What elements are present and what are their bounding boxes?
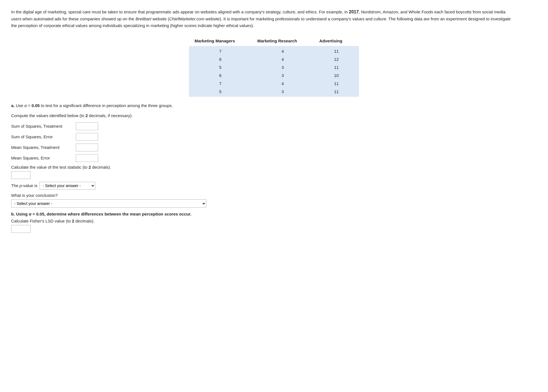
year-highlight: 2017 [349, 9, 359, 14]
table-cell: 11 [314, 46, 359, 55]
table-cell: 11 [314, 79, 359, 88]
sst-row: Sum of Squares, Treatment [11, 122, 537, 130]
conclusion-label: What is your conclusion? [11, 193, 537, 198]
lsd-instruction: Calculate Fisher's LSD value (to 2 decim… [11, 219, 537, 223]
section-a-label: a. [11, 103, 15, 108]
table-cell: 4 [252, 79, 314, 88]
compute-instruction: Compute the values identified below (to … [11, 112, 537, 119]
table-cell: 5 [189, 63, 252, 71]
lsd-input[interactable] [11, 225, 31, 233]
sse-label: Sum of Squares, Error [11, 134, 72, 139]
mse-row: Mean Squares, Error [11, 154, 537, 162]
mst-input[interactable] [76, 144, 98, 151]
section-b-label-text: b. [11, 212, 15, 216]
breitbart-italic: Breitbart [135, 16, 151, 21]
mst-label: Mean Squares, Treatment [11, 145, 72, 150]
table-cell: 3 [252, 63, 314, 71]
chiefmarketer-italic: ChiefMarketer.com [169, 16, 204, 21]
sst-label: Sum of Squares, Treatment [11, 124, 72, 129]
data-table: Marketing Managers Marketing Research Ad… [189, 36, 359, 97]
intro-paragraph: In the digital age of marketing, special… [11, 8, 513, 29]
table-cell: 4 [252, 46, 314, 55]
section-a-text1: Use α = 0.05 to test for a significant d… [16, 103, 173, 108]
mst-row: Mean Squares, Treatment [11, 144, 537, 151]
table-cell: 10 [314, 71, 359, 79]
section-a-intro: a. Use α = 0.05 to test for a significan… [11, 102, 537, 109]
mse-input[interactable] [76, 154, 98, 162]
section-b-intro: b. Using α = 0.05, determine where diffe… [11, 212, 537, 216]
pvalue-text-label: The p-value is [11, 183, 37, 188]
input-fields-group: Sum of Squares, Treatment Sum of Squares… [11, 122, 537, 162]
sse-row: Sum of Squares, Error [11, 133, 537, 141]
sst-input[interactable] [76, 122, 98, 130]
intro-text-1: In the digital age of marketing, special… [11, 9, 349, 14]
table-cell: 12 [314, 55, 359, 63]
test-stat-section: Calculate the value of the test statisti… [11, 165, 537, 179]
test-stat-instruction: Calculate the value of the test statisti… [11, 165, 537, 170]
col-header-advertising: Advertising [314, 36, 359, 46]
table-cell: 6 [189, 71, 252, 79]
intro-text-3: website ( [151, 16, 169, 21]
table-cell: 5 [189, 88, 252, 97]
test-stat-input[interactable] [11, 171, 31, 179]
pvalue-row: The p-value is - Select your answer - le… [11, 182, 537, 190]
col-header-research: Marketing Research [252, 36, 314, 46]
table-cell: 7 [189, 46, 252, 55]
table-cell: 4 [252, 55, 314, 63]
table-cell: 6 [189, 55, 252, 63]
table-cell: 11 [314, 63, 359, 71]
col-header-managers: Marketing Managers [189, 36, 252, 46]
table-cell: 11 [314, 88, 359, 97]
table-cell: 7 [189, 79, 252, 88]
mse-label: Mean Squares, Error [11, 156, 72, 160]
table-cell: 3 [252, 71, 314, 79]
section-b-text: Using α = 0.05, determine where differen… [16, 212, 191, 216]
sse-input[interactable] [76, 133, 98, 141]
conclusion-select[interactable]: - Select your answer - Reject H0. There … [11, 199, 206, 208]
data-table-wrapper: Marketing Managers Marketing Research Ad… [11, 36, 537, 97]
table-cell: 3 [252, 88, 314, 97]
pvalue-select[interactable]: - Select your answer - less than .01 bet… [40, 182, 95, 190]
